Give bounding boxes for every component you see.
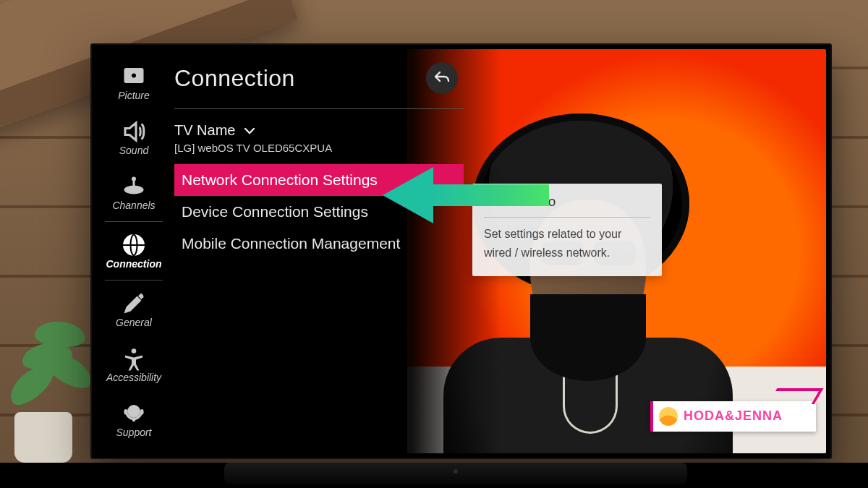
menu-item-mobile[interactable]: Mobile Connection Management (174, 228, 464, 260)
sidebar-label: Support (116, 427, 151, 438)
menu-item-device[interactable]: Device Connection Settings (174, 196, 464, 228)
sidebar-item-support[interactable]: Support (96, 392, 171, 447)
tv-name-value: [LG] webOS TV OLED65CXPUA (174, 142, 464, 154)
chevron-down-icon (244, 122, 255, 139)
svg-point-4 (132, 177, 136, 181)
sidebar-item-sound[interactable]: Sound (96, 110, 171, 165)
svg-rect-9 (140, 409, 144, 415)
back-icon (433, 69, 451, 87)
soundbar (224, 463, 687, 484)
potted-plant (0, 318, 94, 463)
help-title: Network Co (484, 194, 650, 218)
svg-point-10 (132, 419, 136, 422)
support-icon (121, 401, 147, 427)
room-background: HODA&JENNA Picture Sound Channels (0, 0, 868, 488)
settings-sidebar: Picture Sound Channels Connection (96, 49, 171, 453)
sidebar-label: Sound (119, 145, 148, 156)
help-body: Set settings related to your wired / wir… (484, 225, 650, 262)
sidebar-item-channels[interactable]: Channels (96, 165, 171, 220)
tv-screen: HODA&JENNA Picture Sound Channels (96, 49, 826, 453)
general-icon (121, 291, 147, 317)
tv-name-label: TV Name (174, 122, 235, 138)
channels-icon (121, 174, 147, 200)
sidebar-item-picture[interactable]: Picture (96, 55, 171, 110)
svg-point-7 (127, 405, 140, 418)
menu-item-network[interactable]: Network Connection Settings (174, 164, 464, 196)
sidebar-item-accessibility[interactable]: Accessibility (96, 337, 171, 392)
svg-point-2 (124, 186, 144, 194)
sound-icon (121, 119, 147, 145)
sidebar-label: Channels (112, 200, 155, 211)
svg-point-1 (132, 74, 136, 78)
help-bubble: Network Co Set settings related to your … (472, 184, 662, 276)
panel-title: Connection (174, 65, 295, 92)
settings-panel: Connection TV Name [LG] webOS TV OLED65C… (174, 56, 464, 260)
picture-icon (121, 64, 147, 90)
sidebar-label: Accessibility (106, 372, 161, 383)
sidebar-item-general[interactable]: General (96, 282, 171, 337)
broadcast-chyron: HODA&JENNA (650, 401, 816, 432)
sidebar-label: Picture (118, 90, 150, 101)
sidebar-label: General (116, 317, 152, 328)
sidebar-item-connection[interactable]: Connection (96, 223, 171, 278)
sidebar-label: Connection (106, 258, 162, 270)
television-frame: HODA&JENNA Picture Sound Channels (90, 43, 832, 459)
svg-rect-8 (124, 409, 128, 415)
back-button[interactable] (426, 62, 458, 94)
sunrise-icon (659, 407, 678, 426)
svg-point-6 (132, 348, 137, 354)
tv-name-row[interactable]: TV Name [LG] webOS TV OLED65CXPUA (174, 121, 464, 164)
accessibility-icon (121, 346, 147, 372)
connection-icon (121, 232, 147, 258)
chyron-text: HODA&JENNA (684, 408, 783, 424)
